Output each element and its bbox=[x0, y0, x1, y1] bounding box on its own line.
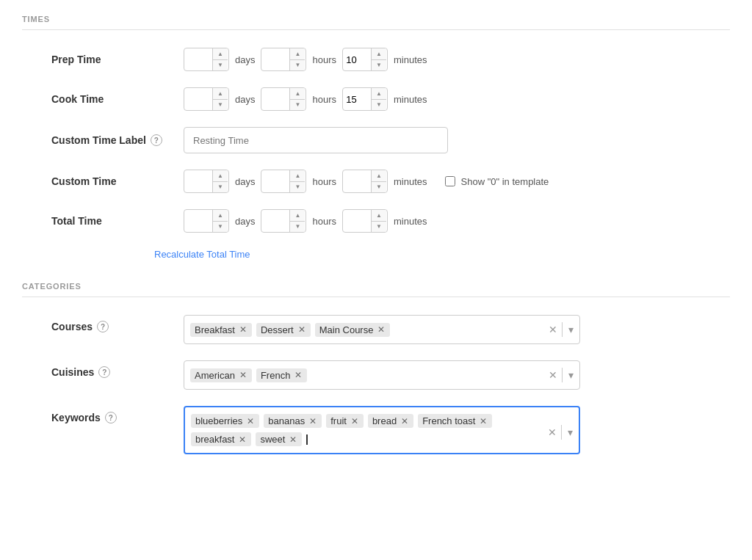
cuisines-tag-input-area[interactable]: American ✕ French ✕ bbox=[184, 361, 541, 389]
custom-days-input[interactable]: ▲ ▼ bbox=[184, 170, 229, 193]
custom-time-label-help-icon[interactable]: ? bbox=[151, 134, 162, 146]
prep-minutes-field[interactable] bbox=[343, 48, 371, 70]
total-days-field[interactable] bbox=[184, 210, 212, 232]
custom-minutes-up[interactable]: ▲ bbox=[372, 170, 386, 182]
total-hours-field[interactable] bbox=[261, 210, 289, 232]
tag-dessert-remove[interactable]: ✕ bbox=[297, 325, 306, 334]
tag-sweet: sweet ✕ bbox=[256, 432, 302, 446]
custom-days-label: days bbox=[235, 176, 255, 187]
cook-hours-down[interactable]: ▼ bbox=[290, 100, 305, 111]
cook-minutes-down[interactable]: ▼ bbox=[372, 100, 386, 111]
cook-minutes-field[interactable] bbox=[343, 88, 371, 110]
prep-minutes-up[interactable]: ▲ bbox=[372, 48, 386, 60]
cook-days-label: days bbox=[235, 94, 255, 105]
cook-hours-field[interactable] bbox=[261, 88, 289, 110]
total-minutes-up[interactable]: ▲ bbox=[372, 210, 386, 222]
custom-hours-up[interactable]: ▲ bbox=[290, 170, 305, 182]
show-zero-group: Show "0" in template bbox=[445, 176, 549, 187]
cook-hours-input[interactable]: ▲ ▼ bbox=[261, 87, 306, 111]
custom-days-up[interactable]: ▲ bbox=[213, 170, 228, 182]
prep-days-input[interactable]: ▲ ▼ bbox=[184, 48, 229, 71]
custom-minutes-field[interactable] bbox=[343, 170, 371, 192]
total-hours-input[interactable]: ▲ ▼ bbox=[261, 209, 306, 233]
cook-hours-up[interactable]: ▲ bbox=[290, 88, 305, 100]
prep-days-field[interactable] bbox=[184, 48, 212, 70]
cook-days-up[interactable]: ▲ bbox=[213, 88, 228, 100]
total-hours-up[interactable]: ▲ bbox=[290, 210, 305, 222]
tag-kw-breakfast-remove[interactable]: ✕ bbox=[238, 435, 247, 444]
courses-select-wrapper[interactable]: Breakfast ✕ Dessert ✕ Main Course ✕ ✕ ▾ bbox=[184, 315, 580, 344]
custom-hours-label: hours bbox=[312, 176, 336, 187]
cuisines-controls: ✕ ▾ bbox=[544, 361, 579, 389]
categories-section: CATEGORIES Courses ? Breakfast ✕ Dessert… bbox=[22, 282, 730, 454]
prep-days-up[interactable]: ▲ bbox=[213, 48, 228, 60]
tag-french-toast-remove[interactable]: ✕ bbox=[479, 417, 488, 426]
prep-hours-down[interactable]: ▼ bbox=[290, 60, 305, 71]
tag-bread: bread ✕ bbox=[368, 414, 413, 428]
cook-hours-label: hours bbox=[312, 94, 336, 105]
total-minutes-field[interactable] bbox=[343, 210, 371, 232]
tag-blueberries-remove[interactable]: ✕ bbox=[246, 417, 255, 426]
keywords-dropdown-button[interactable]: ▾ bbox=[562, 426, 579, 438]
prep-time-group: ▲ ▼ days ▲ ▼ hours ▲ ▼ minutes bbox=[184, 48, 427, 71]
custom-days-field[interactable] bbox=[184, 170, 212, 192]
prep-hours-up[interactable]: ▲ bbox=[290, 48, 305, 60]
custom-time-label-input[interactable] bbox=[184, 127, 448, 153]
categories-section-title: CATEGORIES bbox=[22, 282, 730, 291]
total-days-input[interactable]: ▲ ▼ bbox=[184, 209, 229, 233]
prep-hours-field[interactable] bbox=[261, 48, 289, 70]
tag-fruit-remove[interactable]: ✕ bbox=[350, 417, 359, 426]
tag-bread-remove[interactable]: ✕ bbox=[400, 417, 409, 426]
courses-clear-button[interactable]: ✕ bbox=[544, 324, 562, 335]
tag-main-course-remove[interactable]: ✕ bbox=[377, 325, 386, 334]
cook-minutes-up[interactable]: ▲ bbox=[372, 88, 386, 100]
prep-hours-input[interactable]: ▲ ▼ bbox=[261, 48, 306, 71]
courses-controls: ✕ ▾ bbox=[544, 316, 579, 343]
total-time-label: Total Time bbox=[51, 215, 169, 227]
total-minutes-down[interactable]: ▼ bbox=[372, 222, 386, 233]
show-zero-checkbox[interactable] bbox=[445, 176, 455, 186]
keywords-label: Keywords ? bbox=[51, 412, 169, 423]
cuisines-dropdown-button[interactable]: ▾ bbox=[563, 369, 579, 381]
cook-minutes-input[interactable]: ▲ ▼ bbox=[342, 87, 388, 111]
tag-breakfast-remove[interactable]: ✕ bbox=[239, 325, 247, 334]
total-days-down[interactable]: ▼ bbox=[213, 222, 228, 233]
prep-time-label: Prep Time bbox=[51, 54, 169, 65]
total-minutes-input[interactable]: ▲ ▼ bbox=[342, 209, 388, 233]
prep-days-down[interactable]: ▼ bbox=[213, 60, 228, 71]
cuisines-clear-button[interactable]: ✕ bbox=[544, 369, 562, 381]
cook-days-input[interactable]: ▲ ▼ bbox=[184, 87, 229, 111]
tag-main-course: Main Course ✕ bbox=[315, 323, 391, 337]
custom-days-down[interactable]: ▼ bbox=[213, 182, 228, 193]
total-minutes-label: minutes bbox=[394, 216, 427, 227]
tag-french: French ✕ bbox=[256, 368, 307, 382]
tag-bananas-remove[interactable]: ✕ bbox=[308, 417, 317, 426]
tag-sweet-remove[interactable]: ✕ bbox=[289, 435, 297, 444]
keywords-clear-button[interactable]: ✕ bbox=[543, 426, 561, 438]
tag-french-remove[interactable]: ✕ bbox=[294, 371, 303, 379]
custom-minutes-label: minutes bbox=[394, 176, 427, 187]
custom-minutes-input[interactable]: ▲ ▼ bbox=[342, 170, 388, 193]
custom-hours-field[interactable] bbox=[261, 170, 289, 192]
courses-dropdown-button[interactable]: ▾ bbox=[563, 324, 579, 335]
prep-minutes-down[interactable]: ▼ bbox=[372, 60, 386, 71]
custom-minutes-down[interactable]: ▼ bbox=[372, 182, 386, 193]
keywords-select-wrapper[interactable]: blueberries ✕ bananas ✕ fruit ✕ bread ✕ … bbox=[184, 406, 580, 454]
keywords-tag-input-area[interactable]: blueberries ✕ bananas ✕ fruit ✕ bread ✕ … bbox=[185, 410, 540, 450]
cook-days-down[interactable]: ▼ bbox=[213, 100, 228, 111]
tag-american-remove[interactable]: ✕ bbox=[239, 371, 247, 379]
cuisines-select-wrapper[interactable]: American ✕ French ✕ ✕ ▾ bbox=[184, 360, 580, 390]
cuisines-row: Cuisines ? American ✕ French ✕ ✕ ▾ bbox=[51, 360, 730, 390]
custom-hours-input[interactable]: ▲ ▼ bbox=[261, 170, 306, 193]
prep-minutes-input[interactable]: ▲ ▼ bbox=[342, 48, 388, 71]
total-hours-down[interactable]: ▼ bbox=[290, 222, 305, 233]
custom-hours-down[interactable]: ▼ bbox=[290, 182, 305, 193]
cook-days-field[interactable] bbox=[184, 88, 212, 110]
recalculate-link[interactable]: Recalculate Total Time bbox=[154, 249, 730, 260]
courses-help-icon[interactable]: ? bbox=[97, 321, 109, 332]
prep-time-row: Prep Time ▲ ▼ days ▲ ▼ hours bbox=[51, 48, 730, 71]
keywords-help-icon[interactable]: ? bbox=[105, 412, 117, 423]
courses-tag-input-area[interactable]: Breakfast ✕ Dessert ✕ Main Course ✕ bbox=[184, 316, 541, 343]
cuisines-help-icon[interactable]: ? bbox=[98, 366, 110, 378]
total-days-up[interactable]: ▲ bbox=[213, 210, 228, 222]
